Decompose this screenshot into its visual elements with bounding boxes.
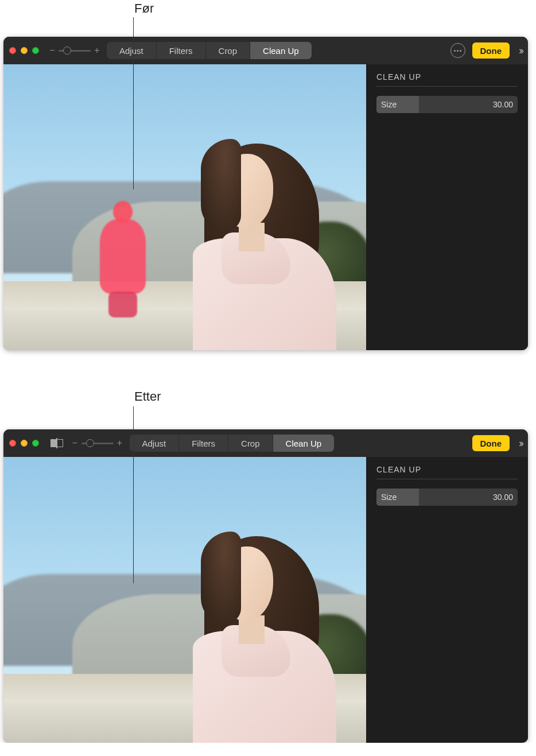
edit-tab-strip: Adjust Filters Crop Clean Up: [107, 42, 312, 59]
cleanup-selection-person[interactable]: [98, 201, 147, 316]
tab-adjust[interactable]: Adjust: [130, 435, 180, 452]
sidebar-divider: [376, 86, 518, 87]
toolbar-overflow-button[interactable]: ››: [519, 45, 522, 57]
brush-size-slider[interactable]: Size 30.00: [376, 96, 518, 113]
close-window-button[interactable]: [9, 47, 16, 54]
zoom-slider-group: − +: [71, 438, 124, 448]
brush-size-value: 30.00: [493, 100, 518, 109]
ellipsis-icon: [454, 50, 461, 52]
editor-window-before: − + Adjust Filters Crop Clean Up Done ››: [3, 37, 528, 350]
fullscreen-window-button[interactable]: [32, 47, 39, 54]
zoom-in-button[interactable]: +: [93, 45, 101, 56]
callout-after-line: [133, 406, 134, 583]
photo-canvas[interactable]: [3, 64, 366, 350]
tab-crop[interactable]: Crop: [206, 42, 251, 59]
tab-clean-up[interactable]: Clean Up: [273, 435, 335, 452]
minimize-window-button[interactable]: [21, 47, 28, 54]
toolbar: − + Adjust Filters Crop Clean Up Done ››: [3, 37, 528, 64]
zoom-slider-thumb[interactable]: [86, 439, 94, 447]
zoom-in-button[interactable]: +: [116, 438, 124, 448]
zoom-slider[interactable]: [81, 443, 114, 444]
tab-clean-up[interactable]: Clean Up: [250, 42, 312, 59]
zoom-slider-group: − +: [48, 45, 101, 56]
photo-subject-woman: [187, 519, 342, 743]
close-window-button[interactable]: [9, 440, 16, 447]
content-area: CLEAN UP Size 30.00: [3, 64, 528, 350]
editor-window-after: − + Adjust Filters Crop Clean Up Done ››: [3, 429, 528, 743]
brush-size-value: 30.00: [493, 493, 518, 502]
zoom-out-button[interactable]: −: [71, 438, 79, 448]
sidebar-title: CLEAN UP: [376, 465, 518, 474]
compare-before-after-button[interactable]: [51, 438, 63, 448]
brush-size-slider[interactable]: Size 30.00: [376, 489, 518, 506]
brush-size-label: Size: [376, 100, 397, 109]
toolbar: − + Adjust Filters Crop Clean Up Done ››: [3, 429, 528, 457]
more-options-button[interactable]: [450, 43, 465, 58]
window-controls: [9, 47, 39, 54]
tab-filters[interactable]: Filters: [157, 42, 206, 59]
callout-after-label: Etter: [134, 389, 161, 404]
photo-canvas[interactable]: [3, 457, 366, 743]
sidebar-panel: CLEAN UP Size 30.00: [366, 64, 528, 350]
minimize-window-button[interactable]: [21, 440, 28, 447]
compare-icon: [57, 439, 63, 447]
sidebar-divider: [376, 479, 518, 479]
brush-size-label: Size: [376, 493, 397, 502]
compare-icon: [51, 439, 56, 447]
content-area: CLEAN UP Size 30.00: [3, 457, 528, 743]
done-button[interactable]: Done: [472, 42, 510, 59]
tab-adjust[interactable]: Adjust: [107, 42, 157, 59]
sidebar-title: CLEAN UP: [376, 72, 518, 82]
toolbar-overflow-button[interactable]: ››: [519, 437, 522, 449]
callout-before-label: Før: [134, 1, 154, 16]
done-button[interactable]: Done: [472, 435, 510, 451]
zoom-slider-thumb[interactable]: [63, 46, 71, 55]
zoom-slider[interactable]: [59, 50, 91, 52]
tab-filters[interactable]: Filters: [179, 435, 228, 452]
fullscreen-window-button[interactable]: [32, 440, 39, 447]
photo-subject-woman: [187, 126, 342, 350]
edit-tab-strip: Adjust Filters Crop Clean Up: [130, 435, 335, 452]
callout-before-line: [133, 17, 134, 189]
sidebar-panel: CLEAN UP Size 30.00: [366, 457, 528, 743]
window-controls: [9, 440, 39, 447]
zoom-out-button[interactable]: −: [48, 45, 56, 56]
tab-crop[interactable]: Crop: [228, 435, 273, 452]
